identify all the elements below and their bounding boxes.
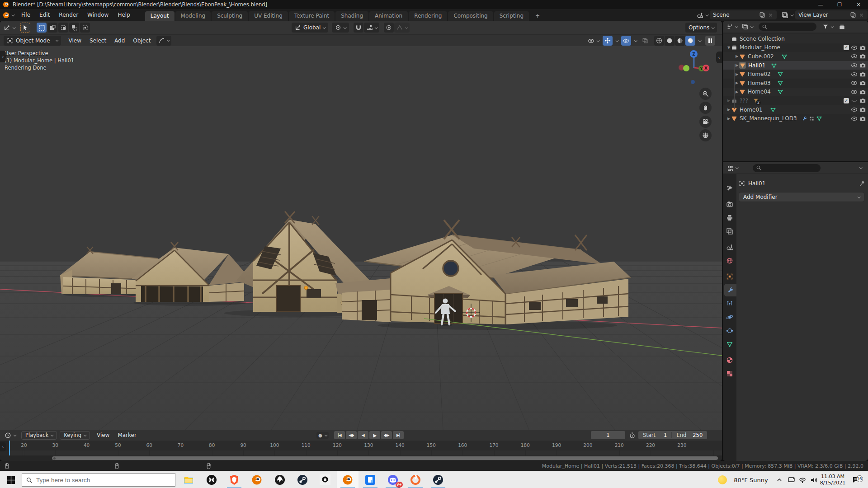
prop-tab-modifiers[interactable] — [724, 284, 736, 296]
menu-render[interactable]: Render — [54, 9, 83, 21]
record-button[interactable]: ● — [318, 433, 322, 438]
eye-icon[interactable] — [851, 80, 858, 86]
eye-icon[interactable] — [851, 53, 858, 60]
taskbar-app-steam-running[interactable] — [427, 471, 449, 488]
outliner-row-scene-collection[interactable]: Scene Collection — [723, 34, 868, 43]
search-input[interactable] — [36, 477, 158, 483]
taskbar-app-file-explorer[interactable] — [178, 471, 199, 488]
tray-expand-chevron[interactable] — [774, 471, 785, 488]
zoom-view-button[interactable] — [699, 88, 712, 100]
keying-menu[interactable]: Keying — [60, 431, 90, 440]
maximize-button[interactable]: ❐ — [830, 0, 849, 9]
timeline-scrollbar[interactable] — [52, 456, 718, 460]
timeline-expand-arrow[interactable]: › — [0, 442, 6, 451]
select-mode-tweak-button[interactable] — [37, 23, 47, 33]
taskbar-app-unity[interactable] — [314, 471, 336, 488]
view-layer-field[interactable]: View Layer — [795, 10, 868, 19]
expand-arrow-icon[interactable]: ▶ — [735, 90, 739, 94]
timeline-editor-dropdown[interactable] — [3, 432, 18, 439]
jump-to-end-button[interactable]: ▶| — [393, 431, 404, 439]
prop-tab-constraints[interactable] — [723, 324, 736, 337]
camera-visibility-icon[interactable] — [859, 97, 866, 104]
prop-tab-view-layer[interactable] — [723, 225, 736, 238]
gizmo-z-axis[interactable]: Z — [690, 50, 698, 58]
toolbar-expand-arrow[interactable]: › — [0, 51, 6, 62]
outliner-search-field[interactable] — [759, 23, 816, 31]
play-button[interactable]: ▶ — [369, 431, 380, 439]
end-frame-field[interactable]: End 250 — [672, 432, 707, 438]
properties-search-field[interactable] — [753, 164, 821, 172]
taskbar-app-origin[interactable] — [405, 471, 426, 488]
prop-tab-render[interactable] — [723, 198, 736, 211]
scene-field[interactable]: Scene — [710, 10, 777, 19]
menu-edit[interactable]: Edit — [35, 9, 54, 21]
collection-checkbox[interactable]: ✓ — [844, 45, 849, 50]
collapse-arrow-icon[interactable]: ▼ — [726, 46, 731, 50]
record-options-chevron[interactable] — [324, 433, 327, 436]
select-mode-lasso-button[interactable] — [69, 23, 79, 33]
shading-wireframe-button[interactable] — [654, 36, 664, 46]
workspace-tab-modeling[interactable]: Modeling — [175, 11, 211, 21]
snap-settings-dropdown[interactable] — [364, 23, 379, 33]
close-button[interactable]: ✕ — [849, 0, 868, 9]
prev-keyframe-button[interactable]: ◀◆ — [346, 431, 357, 439]
pivot-point-dropdown[interactable] — [332, 23, 349, 33]
camera-visibility-icon[interactable] — [859, 115, 866, 122]
shading-material-button[interactable] — [675, 36, 685, 46]
workspace-tab-shading[interactable]: Shading — [335, 11, 368, 21]
workspace-tab-layout[interactable]: Layout — [145, 11, 175, 21]
sidebar-expand-arrow[interactable]: ‹ — [716, 52, 722, 63]
select-mode-circle-button[interactable] — [58, 23, 68, 33]
blender-menu-button[interactable] — [0, 12, 17, 19]
add-modifier-button[interactable]: Add Modifier — [739, 192, 864, 202]
gizmo-minus-z-axis[interactable] — [691, 80, 695, 84]
taskbar-app-xbox[interactable] — [201, 471, 222, 488]
outliner-row-home04[interactable]: ▶ Home04 — [723, 88, 868, 97]
playback-menu[interactable]: Playback — [21, 431, 57, 440]
outliner-filter-dropdown[interactable] — [821, 23, 835, 30]
volume-icon[interactable] — [808, 471, 819, 488]
menu-window[interactable]: Window — [83, 9, 113, 21]
expand-arrow-icon[interactable]: ▶ — [735, 63, 739, 67]
properties-editor-dropdown[interactable] — [726, 165, 739, 171]
outliner-row-hall01[interactable]: ▶ Hall01 — [723, 61, 868, 70]
start-button[interactable] — [0, 471, 22, 488]
active-tool-select-button[interactable] — [20, 23, 30, 33]
editor-type-dropdown[interactable] — [4, 24, 15, 31]
outliner-display-mode-dropdown[interactable] — [725, 23, 739, 30]
weather-text[interactable]: 80°F Sunny — [729, 471, 773, 488]
proportional-falloff-dropdown[interactable] — [394, 23, 410, 33]
collection-checkbox[interactable]: ✓ — [844, 98, 849, 103]
view-layer-dropdown[interactable] — [779, 12, 795, 19]
delete-view-layer-icon[interactable] — [859, 12, 864, 18]
clock-date[interactable]: 11:03 AM 8/15/2021 — [819, 471, 846, 488]
prop-tab-tool[interactable] — [723, 182, 736, 195]
copy-view-layer-icon[interactable] — [850, 12, 856, 18]
timeline-track[interactable] — [0, 450, 722, 455]
wifi-icon[interactable] — [797, 471, 808, 488]
expand-arrow-icon[interactable]: ▶ — [735, 54, 739, 58]
outliner-row-unknown-collection[interactable]: ▶ ??? 2 ✓ — [723, 96, 868, 105]
overlays-toggle[interactable] — [621, 36, 631, 46]
shading-rendered-button[interactable] — [685, 36, 695, 46]
gizmo-minus-y-axis[interactable] — [683, 65, 689, 71]
new-collection-button[interactable] — [837, 23, 847, 30]
taskbar-app-blender[interactable] — [246, 471, 268, 488]
expand-arrow-icon[interactable]: ▶ — [735, 81, 739, 85]
eye-icon[interactable] — [851, 115, 858, 122]
play-reverse-button[interactable]: ◀ — [358, 431, 368, 439]
workspace-tab-texture-paint[interactable]: Texture Paint — [289, 11, 335, 21]
workspace-tab-sculpting[interactable]: Sculpting — [212, 11, 248, 21]
eye-icon[interactable] — [851, 62, 858, 69]
select-mode-paint-button[interactable] — [80, 23, 90, 33]
taskbar-app-blender-active[interactable] — [337, 471, 359, 488]
outliner-row-home01[interactable]: ▶ Home01 — [723, 105, 868, 114]
menu-file[interactable]: File — [17, 9, 35, 21]
expand-arrow-icon[interactable]: ▶ — [735, 72, 739, 76]
timeline-marker-menu[interactable]: Marker — [113, 432, 140, 438]
camera-visibility-icon[interactable] — [859, 53, 866, 60]
snap-toggle-button[interactable] — [354, 23, 363, 33]
camera-visibility-icon[interactable] — [859, 80, 866, 86]
workspace-tab-uv-editing[interactable]: UV Editing — [249, 11, 288, 21]
outliner-id-filter-dropdown[interactable] — [741, 23, 754, 30]
